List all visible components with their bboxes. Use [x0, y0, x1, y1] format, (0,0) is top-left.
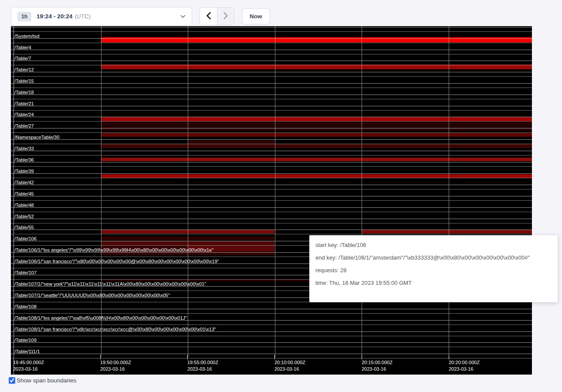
row-label: /Table/107/1/"seattle"/"UUUUUUD\x00\x80\…: [14, 293, 170, 298]
span-boundary-line: [11, 83, 532, 84]
span-boundary-line: [11, 38, 532, 39]
row-label: /Table/39: [14, 169, 34, 174]
span-boundary-line: [11, 173, 532, 174]
axis-tick-label: 19:55:00.000Z2023-03-16: [187, 359, 218, 372]
span-boundary-line: [11, 72, 532, 72]
tooltip-start-key: start key: /Table/106: [315, 239, 552, 251]
span-boundary-line: [11, 324, 532, 325]
span-boundary-line: [11, 54, 532, 54]
time-gridline: [362, 26, 362, 357]
row-label: /Table/106/1/"los angeles"/"\x99\x99\x99…: [14, 248, 213, 253]
now-button[interactable]: Now: [242, 8, 270, 24]
row-label: /Table/4: [14, 45, 31, 50]
span-boundary-line: [11, 128, 532, 128]
span-boundary-line: [11, 50, 532, 50]
time-gridline: [275, 26, 275, 357]
span-boundary-line: [11, 106, 532, 106]
row-label: /Table/48: [14, 203, 34, 208]
span-boundary-line: [11, 88, 532, 88]
row-label: /Table/18: [14, 90, 34, 95]
span-boundary-line: [11, 230, 532, 230]
axis-tick-label: 20:10:00.000Z2023-03-16: [274, 359, 305, 372]
row-label: /Table/107: [14, 270, 37, 275]
axis-tickmark: [100, 355, 101, 359]
next-interval-button[interactable]: [217, 8, 234, 25]
row-label: /Table/7: [14, 56, 31, 61]
span-boundary-line: [11, 347, 532, 347]
span-boundary-line: [11, 61, 532, 61]
span-boundary-line: [11, 31, 532, 32]
span-boundary-line: [11, 309, 532, 309]
row-label: /Table/42: [14, 180, 34, 185]
span-boundary-line: [11, 219, 532, 219]
heat-band: [101, 126, 532, 131]
heat-band: [101, 144, 532, 148]
span-boundary-line: [11, 342, 532, 343]
span-boundary-line: [11, 185, 532, 185]
tooltip-time: time: Thu, 16 Mar 2023 19:55:00 GMT: [315, 277, 552, 289]
time-gridline: [101, 26, 102, 357]
span-boundary-line: [11, 151, 532, 151]
footer: Show span boundaries: [9, 377, 76, 384]
span-boundary-line: [11, 121, 532, 122]
row-label: /Table/111/1: [14, 349, 40, 354]
row-label: /Table/27: [14, 124, 34, 128]
range-duration-chip: 1h: [17, 12, 31, 21]
span-boundary-line: [11, 166, 532, 167]
axis-tickmark: [449, 355, 449, 359]
toolbar: 1h 19:24 - 20:24 (UTC) Now: [11, 7, 270, 26]
span-boundary-line: [11, 189, 532, 189]
span-boundary-line: [11, 358, 532, 358]
span-boundary-line: [11, 43, 532, 43]
span-boundary-line: [11, 76, 532, 77]
span-boundary-line: [11, 162, 532, 162]
range-timezone: (UTC): [74, 13, 91, 20]
chevron-left-icon: [206, 12, 212, 21]
row-label: /Table/109: [14, 338, 37, 343]
range-text: 19:24 - 20:24: [37, 13, 72, 20]
row-label: /Table/106/1/"san francisco"/"\x80\x00\x…: [14, 259, 219, 264]
show-span-boundaries-checkbox[interactable]: [9, 377, 15, 384]
time-gridline: [449, 26, 449, 357]
heat-band: [188, 140, 275, 144]
axis-tick-label: 20:15:00.000Z2023-03-16: [362, 359, 393, 372]
heat-band: [362, 230, 532, 233]
time-nav-group: [200, 7, 234, 25]
span-boundary-line: [11, 223, 532, 223]
show-span-boundaries-label[interactable]: Show span boundaries: [17, 377, 76, 384]
row-label: /Table/12: [14, 68, 34, 72]
heat-band: [101, 117, 532, 121]
span-boundary-line: [11, 117, 532, 117]
row-label: /Table/21: [14, 101, 34, 106]
time-range-select[interactable]: 1h 19:24 - 20:24 (UTC): [11, 7, 192, 26]
row-label: /Table/45: [14, 192, 34, 196]
span-boundary-line: [11, 313, 532, 314]
row-label: /Table/55: [14, 225, 34, 230]
heat-band: [101, 133, 532, 137]
span-boundary-line: [11, 132, 532, 133]
row-label: /Table/15: [14, 79, 34, 84]
axis-tick-label: 20:20:00.000Z2023-03-16: [449, 359, 480, 372]
heat-band: [101, 122, 532, 126]
row-label: /System/tsd: [14, 34, 39, 39]
row-label: /Table/108: [14, 304, 37, 309]
row-label: /Table/52: [14, 214, 34, 219]
span-boundary-line: [11, 234, 532, 234]
row-label: /Table/33: [14, 146, 34, 151]
tooltip-requests: requests: 28: [315, 264, 552, 277]
row-label: /Table/36: [14, 158, 34, 162]
span-boundary-line: [11, 95, 532, 95]
span-boundary-line: [11, 207, 532, 208]
axis-tick-label: 19:45:00.000Z2023-03-16: [13, 359, 44, 372]
chevron-right-icon: [223, 12, 229, 21]
time-gridline: [188, 26, 188, 357]
keyvis-canvas[interactable]: /System/tsd/Table/4/Table/7/Table/12/Tab…: [11, 26, 532, 375]
span-tooltip: start key: /Table/106 end key: /Table/10…: [309, 235, 558, 302]
row-label: /Table/24: [14, 112, 34, 117]
row-label: /Table/108/1/"san francisco"/"\x8c\xcc\x…: [14, 327, 216, 332]
span-boundary-line: [11, 27, 532, 27]
chevron-down-icon: [180, 15, 186, 18]
span-boundary-line: [11, 336, 532, 336]
span-boundary-line: [11, 144, 532, 144]
prev-interval-button[interactable]: [200, 8, 217, 25]
